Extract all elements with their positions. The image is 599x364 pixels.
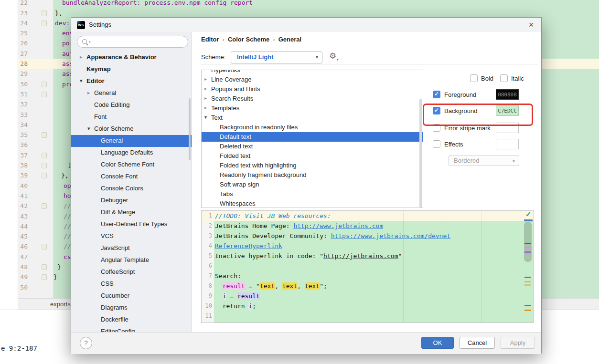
fold-marker-icon[interactable] <box>42 274 47 280</box>
breadcrumb-separator: › <box>219 36 228 43</box>
sidebar-item-appearance-behavior[interactable]: ▸Appearance & Behavior <box>71 52 192 63</box>
foreground-color-swatch[interactable]: 080808 <box>496 89 519 100</box>
preview-code-line[interactable]: return i; <box>215 301 256 311</box>
gear-icon[interactable]: ⚙ <box>329 51 336 61</box>
foreground-label: Foreground <box>444 91 476 98</box>
effects-color-swatch[interactable] <box>496 139 519 149</box>
sidebar-item-diagrams[interactable]: Diagrams <box>71 302 192 314</box>
preview-code-line[interactable]: JetBrains Developer Community: https://w… <box>215 231 450 241</box>
close-icon[interactable]: × <box>525 19 537 31</box>
chevron-down-icon[interactable]: ▾ <box>87 125 90 132</box>
sidebar-scrollbar-thumb[interactable] <box>189 98 191 160</box>
sidebar-item-console-font[interactable]: Console Font <box>71 171 192 183</box>
chevron-right-icon[interactable]: ▸ <box>204 95 207 101</box>
chevron-right-icon[interactable]: ▸ <box>204 86 207 91</box>
element-item-text[interactable]: ▾Text <box>202 113 423 123</box>
italic-checkbox[interactable] <box>500 74 508 82</box>
sidebar-item-user-defined-file-types[interactable]: User-Defined File Types <box>71 218 192 230</box>
fold-marker-icon[interactable] <box>42 132 47 138</box>
chevron-right-icon[interactable]: ▸ <box>204 105 207 110</box>
sidebar-item-console-colors[interactable]: Console Colors <box>71 183 192 195</box>
preview-code-line[interactable]: result = "text, text, text"; <box>215 281 327 291</box>
preview-code-line[interactable]: ReferenceHyperlink <box>215 241 282 251</box>
sidebar-item-general[interactable]: ▸General <box>71 87 192 99</box>
element-item-readonly-fragment-background[interactable]: Readonly fragment background <box>202 170 423 180</box>
sidebar-item-diff-merge[interactable]: Diff & Merge <box>71 207 192 218</box>
chevron-right-icon[interactable]: ▸ <box>87 90 90 96</box>
preview-code-line[interactable]: //TODO: Visit JB Web resources: <box>215 211 331 221</box>
sidebar-item-code-editing[interactable]: Code Editing <box>71 99 192 111</box>
fold-marker-icon[interactable] <box>42 173 47 178</box>
sidebar-item-dockerfile[interactable]: Dockerfile <box>71 314 192 326</box>
preview-code-line[interactable]: i = result <box>215 291 260 301</box>
sidebar-item-coffeescript[interactable]: CoffeeScript <box>71 266 192 278</box>
sidebar-item-editorconfig[interactable]: EditorConfig <box>71 326 192 332</box>
sidebar-item-javascript[interactable]: JavaScript <box>71 242 192 254</box>
sidebar-item-color-scheme[interactable]: ▾Color Scheme <box>71 123 192 135</box>
background-checkbox[interactable] <box>433 107 440 114</box>
element-item-whitespaces[interactable]: Whitespaces <box>202 199 423 208</box>
fold-marker-icon[interactable] <box>42 264 47 270</box>
element-item-background-in-readonly-files[interactable]: Background in readonly files <box>202 123 423 132</box>
fold-marker-icon[interactable] <box>42 203 47 209</box>
ok-button[interactable]: OK <box>421 337 454 349</box>
element-item-line-coverage[interactable]: ▸Line Coverage <box>202 75 423 84</box>
sidebar-item-color-scheme-font[interactable]: Color Scheme Font <box>71 159 192 171</box>
sidebar-item-angular-template[interactable]: Angular Template <box>71 254 192 266</box>
apply-button[interactable]: Apply <box>501 337 535 349</box>
element-item-folded-text-with-highlighting[interactable]: Folded text with highlighting <box>202 161 423 170</box>
element-item-default-text[interactable]: Default text <box>202 132 423 142</box>
scheme-select[interactable]: IntelliJ Light ▾ <box>231 52 322 63</box>
preview-line-number: 4 <box>202 241 212 251</box>
breadcrumb-item-editor[interactable]: Editor <box>201 36 219 43</box>
chevron-down-icon[interactable]: ▾ <box>204 114 207 120</box>
chevron-right-icon[interactable]: ▸ <box>80 54 83 60</box>
sidebar-item-general[interactable]: General <box>71 135 192 147</box>
foreground-checkbox[interactable] <box>433 91 440 98</box>
sidebar-item-label: CSS <box>101 280 114 287</box>
list-scrollbar-thumb[interactable] <box>419 99 422 208</box>
error-stripe-color-swatch[interactable] <box>496 123 519 133</box>
fold-marker-icon[interactable] <box>42 244 47 250</box>
element-item-folded-text[interactable]: Folded text <box>202 151 423 161</box>
preview-code-line[interactable]: JetBrains Home Page: http://www.jetbrain… <box>215 221 383 231</box>
element-item-search-results[interactable]: ▸Search Results <box>202 94 423 104</box>
sidebar-item-cucumber[interactable]: Cucumber <box>71 290 192 302</box>
sidebar-item-keymap[interactable]: Keymap <box>71 63 192 75</box>
chevron-right-icon[interactable]: ▸ <box>204 76 207 82</box>
fold-marker-icon[interactable] <box>42 21 47 26</box>
error-stripe-checkbox[interactable] <box>433 124 440 132</box>
effect-type-select[interactable]: Bordered ▾ <box>449 156 519 166</box>
preview-code-line[interactable]: Inactive hyperlink in code: "http://jetb… <box>215 251 402 261</box>
breadcrumb-exports[interactable]: exports <box>50 301 71 308</box>
element-item-tabs[interactable]: Tabs <box>202 189 423 199</box>
sidebar-item-vcs[interactable]: VCS <box>71 230 192 242</box>
fold-marker-icon[interactable] <box>42 153 47 158</box>
fold-marker-icon[interactable] <box>42 163 47 168</box>
fold-marker-icon[interactable] <box>42 10 47 16</box>
help-button[interactable]: ? <box>80 337 92 349</box>
breadcrumb-item-general[interactable]: General <box>278 36 301 43</box>
bold-checkbox[interactable] <box>470 74 478 82</box>
settings-search-input[interactable]: ▾ <box>77 36 188 48</box>
element-item-deleted-text[interactable]: Deleted text <box>202 142 423 151</box>
fold-marker-icon[interactable] <box>42 82 47 87</box>
sidebar-item-font[interactable]: Font <box>71 111 192 123</box>
cancel-button[interactable]: Cancel <box>460 337 495 349</box>
element-item-templates[interactable]: ▸Templates <box>202 104 423 113</box>
background-color-swatch[interactable]: C7EDCC <box>496 105 519 116</box>
sidebar-item-debugger[interactable]: Debugger <box>71 195 192 207</box>
chevron-down-icon[interactable]: ▾ <box>80 78 83 84</box>
preview-scrollbar-thumb[interactable] <box>524 222 532 262</box>
element-item-popups-and-hints[interactable]: ▸Popups and Hints <box>202 84 423 94</box>
element-item-soft-wrap-sign[interactable]: Soft wrap sign <box>202 180 423 189</box>
sidebar-item-css[interactable]: CSS <box>71 278 192 290</box>
divider <box>201 64 538 64</box>
sidebar-item-editor[interactable]: ▾Editor <box>71 75 192 87</box>
element-item-hyperlinks[interactable]: Hyperlinks <box>202 70 423 75</box>
fold-marker-icon[interactable] <box>42 92 47 97</box>
preview-code-line[interactable]: Search: <box>215 271 241 281</box>
effects-checkbox[interactable] <box>433 140 440 148</box>
breadcrumb-item-color-scheme[interactable]: Color Scheme <box>228 36 269 43</box>
sidebar-item-language-defaults[interactable]: Language Defaults <box>71 147 192 159</box>
